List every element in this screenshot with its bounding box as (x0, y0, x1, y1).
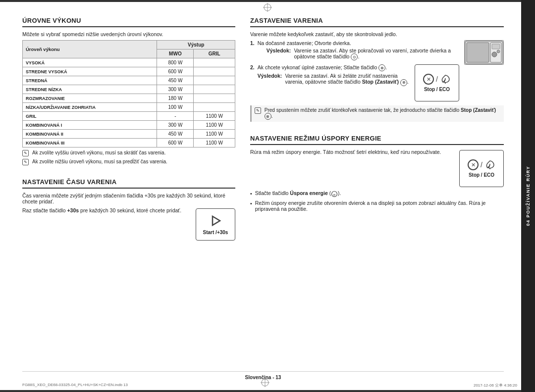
level-cell: KOMBINOVANÁ II (23, 130, 157, 139)
note-icon-stop: ✎ (255, 107, 261, 114)
eco-mode-title: NASTAVENIE REŽIMU ÚSPORY ENERGIE (250, 135, 504, 145)
level-cell: STREDNE NÍZKA (23, 85, 157, 94)
note-2: ✎ Ak zvolíte nižšiu úroveň výkonu, musí … (22, 159, 235, 165)
btn-circle-3: ⊗ (400, 79, 407, 86)
mwo-cell: 300 W (157, 121, 194, 130)
power-levels-section: ÚROVNE VÝKONU Môžete si vybrať spomedzi … (22, 17, 235, 165)
table-row: STREDNE NÍZKA 300 W (23, 85, 235, 94)
stop-eco-icon-2: ✕ / (468, 159, 495, 170)
table-row: KOMBINOVANÁ I 300 W 1100 W (23, 121, 235, 130)
step-1: 1. Na dočasné zastavenie; Otvorte dvierk… (250, 40, 459, 60)
eco-mode-body: ✕ / Stop / ECO R (250, 149, 504, 187)
mwo-cell: - (157, 112, 194, 121)
btn-circle-1: ⊙ (351, 53, 358, 60)
stop-cooking-section: ZASTAVENIE VARENIA Varenie môžete kedyko… (250, 17, 504, 122)
table-row: STREDNE VYSOKÁ 600 W (23, 67, 235, 76)
doc-footer-left: FG88S_XEO_DE68-03325-04_PL+HU+SK+CZ+EN.i… (22, 383, 128, 388)
cooking-time-body1: Čas varenia môžete zvýšiť jedným stlačen… (22, 193, 235, 204)
mwo-cell: 450 W (157, 76, 194, 85)
level-cell: NÍZKA/UDRŽIAVANIE ZOHRIATIA (23, 103, 157, 112)
cooking-time-section: NASTAVENIE ČASU VARENIA Čas varenia môže… (22, 178, 235, 244)
table-row: ROZMRAZOVANIE 180 W (23, 94, 235, 103)
eco-bullet-list: • Stlačte tlačidlo Úspora energie (e). •… (250, 190, 504, 211)
svg-point-9 (497, 50, 500, 53)
note-1: ✎ Ak zvolíte vyššiu úroveň výkonu, musí … (22, 150, 235, 156)
gril-cell: 1100 W (194, 139, 235, 147)
eco-bullet-2: • Režim úspory energie zrušíte otvorením… (250, 200, 504, 212)
table-row: KOMBINOVANÁ III 600 W 1100 W (23, 139, 235, 147)
cooking-time-title: NASTAVENIE ČASU VARENIA (22, 178, 235, 189)
gril-cell: 1100 W (194, 121, 235, 130)
mwo-cell: 450 W (157, 130, 194, 139)
svg-point-8 (492, 52, 497, 57)
side-tab: 04 POUŽÍVANIE RÚRY (521, 0, 535, 392)
left-column: ÚROVNE VÝKONU Môžete si vybrať spomedzi … (22, 17, 235, 367)
level-cell: VYSOKÁ (23, 58, 157, 67)
eco-leaf-2 (484, 159, 495, 170)
table-row: STREDNÁ 450 W (23, 76, 235, 85)
level-cell: KOMBINOVANÁ I (23, 121, 157, 130)
microwave-image (464, 40, 504, 65)
stop-eco-box-1: ✕ / S (415, 64, 459, 101)
side-tab-text: 04 POUŽÍVANIE RÚRY (526, 166, 531, 226)
start-button-icon: Start /+30s (196, 208, 235, 241)
stop-eco-icon-1: ✕ / (423, 74, 451, 85)
result-2: Výsledok: Varenie sa zastaví. Ak si želá… (258, 73, 410, 86)
eco-body-text: Rúra má režim úspory energie. Táto možno… (250, 149, 441, 155)
svg-text:e: e (333, 193, 336, 197)
gril-cell (194, 94, 235, 103)
stop-eco-label-2: Stop / ECO (469, 172, 494, 178)
mwo-cell: 100 W (157, 103, 194, 112)
power-levels-subtitle: Môžete si vybrať spomedzi nižšie uvedený… (22, 31, 235, 37)
mwo-cell: 600 W (157, 67, 194, 76)
level-cell: KOMBINOVANÁ III (23, 139, 157, 147)
table-row: NÍZKA/UDRŽIAVANIE ZOHRIATIA 100 W (23, 103, 235, 112)
two-col-layout: ÚROVNE VÝKONU Môžete si vybrať spomedzi … (22, 17, 504, 367)
note-2-text: Ak zvolíte nižšiu úroveň výkonu, musí sa… (32, 159, 167, 164)
stop-eco-box-2: ✕ / Stop / ECO (459, 150, 504, 187)
table-row: KOMBINOVANÁ II 450 W 1100 W (23, 130, 235, 139)
power-levels-title: ÚROVNE VÝKONU (22, 17, 235, 27)
gril-header: GRIL (194, 49, 235, 58)
main-content: ÚROVNE VÝKONU Môžete si vybrať spomedzi … (0, 2, 521, 390)
step-1-content: Na dočasné zastavenie; Otvorte dvierka. … (258, 40, 459, 60)
gril-cell: 1100 W (194, 112, 235, 121)
mwo-cell: 600 W (157, 139, 194, 147)
result-1: Výsledok: Varenie sa zastaví. Aby ste po… (267, 48, 459, 60)
mwo-header: MWO (157, 49, 194, 58)
btn-circle-4: ⊗ (265, 113, 271, 120)
svg-rect-5 (467, 43, 489, 62)
btn-circle-2: ⊗ (378, 64, 385, 71)
start-btn-label: Start /+30s (203, 230, 228, 235)
eco-bullet-1: • Stlačte tlačidlo Úspora energie (e). (250, 190, 504, 197)
table-row: GRIL - 1100 W (23, 112, 235, 121)
col-level-header: Úroveň výkonu (23, 41, 157, 58)
gril-cell (194, 67, 235, 76)
power-table: Úroveň výkonu Výstup MWO GRIL VYSOKÁ 800… (22, 40, 235, 147)
gril-cell (194, 103, 235, 112)
eco-leaf-1 (440, 74, 451, 85)
gril-cell (194, 85, 235, 94)
gril-cell (194, 76, 235, 85)
stop-cooking-intro: Varenie môžete kedykoľvek zastaviť, aby … (250, 31, 504, 37)
bottom-border (0, 390, 535, 392)
mwo-cell: 180 W (157, 94, 194, 103)
right-column: ZASTAVENIE VARENIA Varenie môžete kedyko… (250, 17, 504, 367)
note-1-text: Ak zvolíte vyššiu úroveň výkonu, musí sa… (32, 150, 165, 155)
note-icon-1: ✎ (22, 150, 29, 156)
table-row: VYSOKÁ 800 W (23, 58, 235, 67)
gril-cell: 1100 W (194, 130, 235, 139)
step-2: 2. ✕ / (250, 64, 459, 101)
bottom-decoration (261, 378, 269, 388)
gril-cell (194, 58, 235, 67)
mwo-cell: 300 W (157, 85, 194, 94)
stop-circle-1: ✕ (423, 74, 434, 85)
level-cell: GRIL (23, 112, 157, 121)
svg-rect-7 (492, 44, 500, 49)
doc-footer-right: 2017-12-06 오후 4:36:20 (474, 383, 517, 388)
body2-text: Raz stlačte tlačidlo +30s pre každých 30… (22, 207, 181, 213)
eco-mode-section: NASTAVENIE REŽIMU ÚSPORY ENERGIE ✕ / (250, 135, 504, 214)
note-icon-2: ✎ (22, 159, 29, 165)
level-cell: ROZMRAZOVANIE (23, 94, 157, 103)
page-container: 04 POUŽÍVANIE RÚRY ÚROVNE VÝKONU Môžete … (0, 0, 535, 392)
